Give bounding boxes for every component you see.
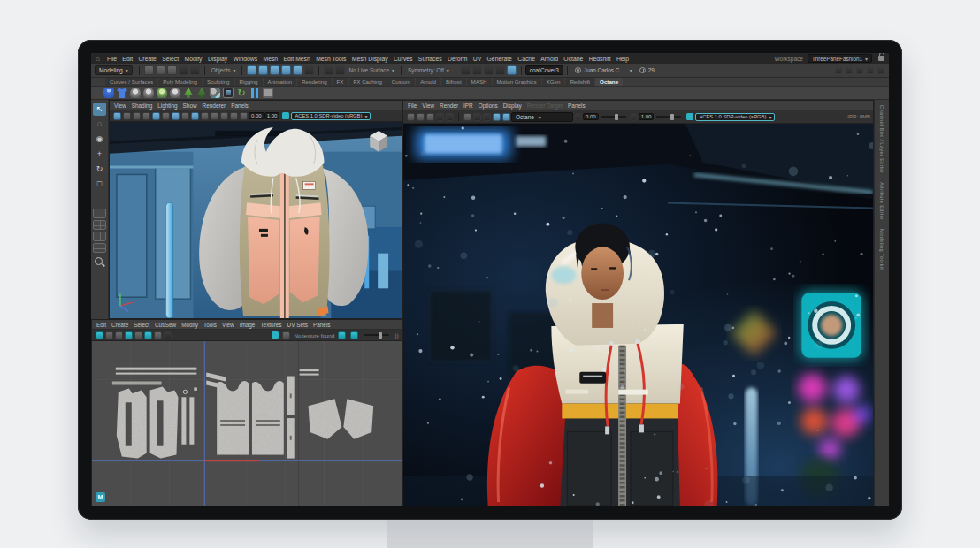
shelf-tab-curves-surfaces[interactable]: Curves / Surfaces bbox=[105, 78, 157, 86]
menu-set-selector[interactable]: Modeling bbox=[95, 65, 133, 75]
viewport-menu-shading[interactable]: Shading bbox=[132, 103, 152, 109]
menu-mesh-tools[interactable]: Mesh Tools bbox=[313, 56, 349, 62]
menu-arnold[interactable]: Arnold bbox=[538, 56, 561, 62]
account-menu[interactable]: Juan Carlos C... bbox=[575, 67, 632, 73]
render-menu[interactable]: Panels bbox=[568, 103, 586, 109]
wireframe-icon[interactable] bbox=[181, 112, 189, 120]
uv-move-icon[interactable] bbox=[105, 331, 113, 339]
uv-menu-tools[interactable]: Tools bbox=[203, 322, 217, 328]
uv-pin-icon[interactable] bbox=[134, 331, 142, 339]
shelf-tab-arnold[interactable]: Arnold bbox=[416, 78, 440, 86]
render-gamma-slider[interactable] bbox=[656, 116, 681, 118]
uv-menu-edit[interactable]: Edit bbox=[96, 322, 106, 328]
render-stop-icon[interactable] bbox=[473, 113, 481, 121]
rotate-tool-icon[interactable]: ↻ bbox=[93, 163, 106, 176]
sidebar-tab-attribute-editor[interactable]: Attribute Editor bbox=[879, 182, 884, 220]
open-scene-icon[interactable] bbox=[156, 65, 165, 75]
magnifier-icon[interactable] bbox=[94, 256, 105, 268]
render-menu[interactable]: IPR bbox=[463, 103, 473, 109]
shelf-tab-motion-graphics[interactable]: Motion Graphics bbox=[493, 78, 541, 86]
object-name-input[interactable]: coatCover3 bbox=[525, 65, 563, 75]
render-gamma-field[interactable]: 1.00 bbox=[639, 113, 655, 120]
menu-redshift[interactable]: Redshift bbox=[586, 56, 613, 62]
viewport-menu-panels[interactable]: Panels bbox=[231, 103, 249, 109]
render-menu[interactable]: Display bbox=[503, 103, 522, 109]
colormgmt-checkbox-icon[interactable] bbox=[282, 112, 289, 119]
menu-edit[interactable]: Edit bbox=[119, 56, 135, 62]
render-clear-icon[interactable] bbox=[446, 113, 454, 121]
2d-pan-zoom-icon[interactable] bbox=[162, 112, 170, 120]
menu-help[interactable]: Help bbox=[614, 56, 632, 62]
menu-windows[interactable]: Windows bbox=[230, 56, 260, 62]
workspace-gear-icon[interactable] bbox=[877, 67, 884, 74]
3d-scene-canvas[interactable] bbox=[110, 122, 402, 318]
render-gear-icon[interactable] bbox=[574, 113, 582, 121]
shelf-tab-mash[interactable]: MASH bbox=[467, 78, 492, 86]
shelf-tab-rendering[interactable]: Rendering bbox=[297, 78, 332, 86]
uv-dim-slider[interactable] bbox=[364, 334, 389, 336]
uv-menu-image[interactable]: Image bbox=[240, 322, 256, 328]
paint-select-tool-icon[interactable]: ◉ bbox=[93, 133, 106, 146]
uv-menu-view[interactable]: View bbox=[222, 322, 234, 328]
snap-curve-icon[interactable] bbox=[258, 65, 268, 75]
render-region-icon[interactable] bbox=[263, 88, 273, 98]
shadows-icon[interactable] bbox=[220, 112, 228, 120]
new-scene-icon[interactable] bbox=[144, 65, 154, 75]
snap-surface-icon[interactable] bbox=[293, 65, 302, 75]
isolate-select-icon[interactable] bbox=[172, 112, 180, 120]
ipr-render-icon[interactable] bbox=[472, 65, 482, 75]
renderer-selector[interactable]: Octane bbox=[511, 112, 573, 122]
uv-checker-icon[interactable] bbox=[338, 331, 346, 339]
menu-edit-mesh[interactable]: Edit Mesh bbox=[280, 56, 313, 62]
menu-display[interactable]: Display bbox=[205, 56, 231, 62]
lighting-icon[interactable] bbox=[211, 112, 218, 120]
aa-icon[interactable] bbox=[240, 112, 248, 120]
light-dome-icon[interactable] bbox=[143, 88, 154, 98]
save-scene-icon[interactable] bbox=[167, 65, 177, 75]
light-spot-icon[interactable] bbox=[157, 88, 167, 98]
menu-curves[interactable]: Curves bbox=[391, 56, 416, 62]
render-1to1-icon[interactable] bbox=[483, 113, 491, 121]
render-lock-icon[interactable] bbox=[502, 113, 510, 121]
refresh-render-icon[interactable]: ↻ bbox=[236, 88, 247, 98]
hypershade-icon[interactable] bbox=[495, 65, 505, 75]
lock-camera-icon[interactable] bbox=[123, 112, 131, 120]
toggle-outliner-icon[interactable] bbox=[867, 67, 874, 74]
view-transform-selector[interactable]: ACES 1.0 SDR-video (sRGB) bbox=[291, 112, 371, 120]
render-exposure-slider[interactable] bbox=[601, 116, 626, 118]
uv-menu-textures[interactable]: Textures bbox=[260, 322, 281, 328]
snap-point-icon[interactable] bbox=[270, 65, 279, 75]
workspace-lock-icon[interactable] bbox=[878, 56, 884, 61]
uv-layout-icon[interactable] bbox=[144, 331, 152, 339]
snap-grid-icon[interactable] bbox=[247, 65, 256, 75]
exposure-field[interactable]: 0.00 bbox=[249, 112, 264, 119]
layout-single-pane-icon[interactable] bbox=[93, 209, 106, 218]
uv-distortion-icon[interactable] bbox=[350, 331, 358, 339]
sidebar-tab-channel-box-layer-editor[interactable]: Channel Box / Layer Editor bbox=[879, 105, 884, 173]
undo-icon[interactable] bbox=[179, 65, 188, 75]
uv-menu-select[interactable]: Select bbox=[134, 322, 149, 328]
menu-octane[interactable]: Octane bbox=[561, 56, 586, 62]
material-gears-icon[interactable] bbox=[210, 88, 220, 98]
menu-generate[interactable]: Generate bbox=[484, 56, 515, 62]
select-tool-icon[interactable]: ↖ bbox=[93, 103, 106, 116]
image-plane-icon[interactable] bbox=[152, 112, 160, 120]
scatter-tree-icon[interactable] bbox=[196, 88, 207, 98]
octane-character-icon[interactable] bbox=[103, 88, 114, 98]
uv-canvas[interactable]: M bbox=[92, 341, 402, 506]
shelf-tab-animation[interactable]: Animation bbox=[264, 78, 297, 86]
shaded-icon[interactable] bbox=[191, 112, 199, 120]
viewport-menu-renderer[interactable]: Renderer bbox=[203, 103, 226, 109]
uv-texture-swatch-icon[interactable] bbox=[282, 331, 290, 339]
textured-icon[interactable] bbox=[201, 112, 209, 120]
layout-split-pane-icon[interactable] bbox=[93, 243, 106, 253]
render-aov-icon[interactable] bbox=[493, 113, 501, 121]
uv-texture-checkbox-icon[interactable] bbox=[272, 331, 279, 339]
uv-grab-icon[interactable] bbox=[96, 331, 103, 339]
render-menu[interactable]: Render Target bbox=[527, 103, 563, 109]
viewport-menu-view[interactable]: View bbox=[114, 103, 126, 109]
pause-render-icon[interactable] bbox=[249, 88, 260, 98]
snap-plane-icon[interactable] bbox=[281, 65, 291, 75]
shelf-tab-redshift[interactable]: Redshift bbox=[565, 78, 594, 86]
uv-menu-uv-sets[interactable]: UV Sets bbox=[287, 322, 308, 328]
